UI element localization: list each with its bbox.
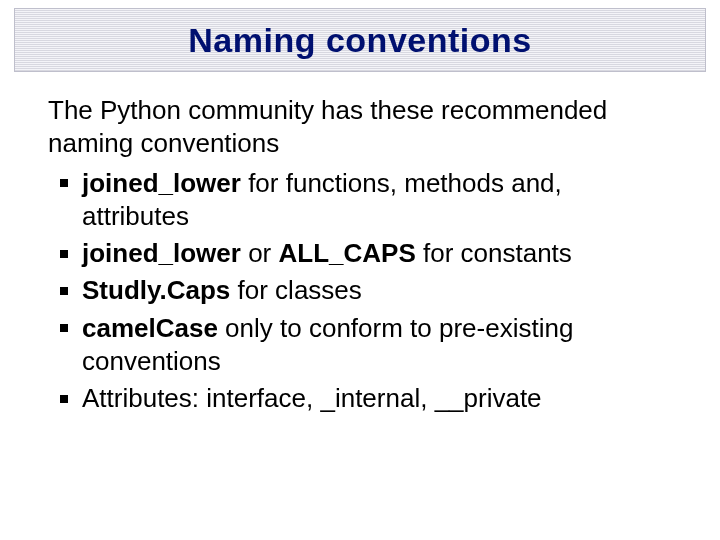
bold-text: joined_lower xyxy=(82,238,241,268)
bullet-list: joined_lower for functions, methods and,… xyxy=(48,167,672,416)
list-item: Attributes: interface, _internal, __priv… xyxy=(60,382,672,415)
text: for classes xyxy=(230,275,362,305)
bullet-icon xyxy=(60,395,68,403)
bold-text: Studly.Caps xyxy=(82,275,230,305)
bold-text: camelCase xyxy=(82,313,218,343)
list-item: joined_lower for functions, methods and,… xyxy=(60,167,672,234)
list-item: joined_lower or ALL_CAPS for constants xyxy=(60,237,672,270)
list-item: camelCase only to conform to pre-existin… xyxy=(60,312,672,379)
slide: Naming conventions The Python community … xyxy=(0,8,720,540)
title-bar: Naming conventions xyxy=(14,8,706,72)
text: for constants xyxy=(416,238,572,268)
slide-title: Naming conventions xyxy=(188,21,531,60)
list-item: Studly.Caps for classes xyxy=(60,274,672,307)
intro-text: The Python community has these recommend… xyxy=(48,94,672,161)
text: Attributes: interface, _internal, __priv… xyxy=(82,383,542,413)
slide-body: The Python community has these recommend… xyxy=(0,72,720,415)
bullet-icon xyxy=(60,287,68,295)
bullet-icon xyxy=(60,324,68,332)
text: or xyxy=(241,238,279,268)
bold-text: ALL_CAPS xyxy=(279,238,416,268)
bullet-icon xyxy=(60,179,68,187)
bullet-icon xyxy=(60,250,68,258)
bold-text: joined_lower xyxy=(82,168,241,198)
